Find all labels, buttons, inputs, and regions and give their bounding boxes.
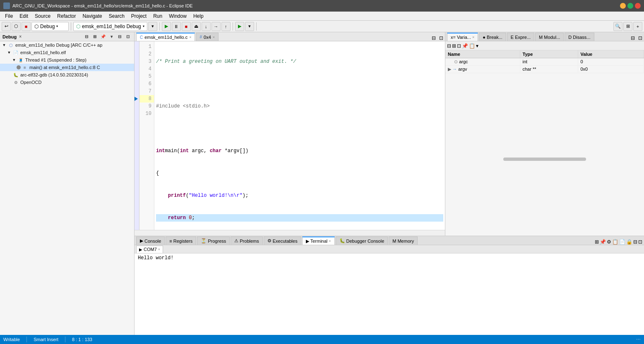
search-button[interactable]: 🔍	[613, 22, 622, 31]
code-editor[interactable]: 1 2 3 4 5 6 7 8 9 10	[135, 41, 445, 236]
vars-layout[interactable]: ⊡	[457, 43, 461, 49]
debug-config-dropdown[interactable]: ⬡ Debug ▾	[31, 22, 69, 31]
step-over-button[interactable]: →	[211, 22, 221, 31]
code-line-3: #include <stdio.h>	[156, 103, 443, 110]
perspective-button[interactable]: ⊞	[623, 22, 632, 31]
debug-tree-item-openocd[interactable]: ⚙ OpenOCD	[0, 79, 134, 86]
open-perspective[interactable]: +	[633, 22, 642, 31]
menu-window[interactable]: Window	[166, 12, 190, 21]
menu-edit[interactable]: Edit	[16, 12, 31, 21]
vars-copy[interactable]: 📋	[469, 43, 475, 49]
debug-toolbar-menu[interactable]: ▾	[108, 33, 115, 41]
terminate-button[interactable]: ■	[182, 22, 191, 31]
editor-tab-hex[interactable]: # 0x4 ×	[196, 33, 219, 41]
debug-toolbar-pin[interactable]: 📌	[99, 33, 107, 41]
maximize-button[interactable]: □	[627, 3, 633, 9]
debugger-console-tab[interactable]: 🐛 Debugger Console	[336, 236, 388, 245]
step-into-button[interactable]: ↓	[202, 22, 211, 31]
debug-tree-item-frame[interactable]: ≡ main() at emsk_em11d_hello.c:8 C	[0, 64, 134, 71]
status-sep-1	[26, 337, 27, 342]
menu-navigate[interactable]: Navigate	[79, 12, 105, 21]
debug-toolbar-minimize[interactable]: ⊟	[116, 33, 123, 41]
toolbar-back-button[interactable]: ↩	[2, 22, 11, 31]
term-new[interactable]: ⊞	[595, 239, 599, 245]
vars-settings[interactable]: ▾	[476, 43, 478, 49]
suspend-button[interactable]: ⏸	[172, 22, 181, 31]
editor-minimize[interactable]: ⊟	[430, 35, 437, 41]
editor-tab-c-file[interactable]: C emsk_em11d_hello.c ×	[136, 33, 195, 41]
variables-tab[interactable]: x= Varia... ×	[447, 33, 478, 41]
variables-tab-close[interactable]: ×	[472, 35, 474, 39]
hex-tab-close[interactable]: ×	[213, 35, 215, 39]
disconnect-button[interactable]: ⏏	[192, 22, 201, 31]
vars-collapse-all[interactable]: ⊟	[447, 43, 451, 49]
bottom-panel: ▶ Console ≡ Registers ⏳ Progress ⚠ Probl…	[135, 236, 644, 335]
bottom-minimize[interactable]: ⊟	[633, 239, 637, 245]
c-file-tab-close[interactable]: ×	[189, 35, 191, 39]
step-return-button[interactable]: ↑	[221, 22, 231, 31]
breakpoints-tab[interactable]: ● Break...	[479, 33, 506, 41]
registers-tab[interactable]: ≡ Registers	[166, 236, 196, 245]
term-scroll-lock[interactable]: 🔒	[626, 239, 632, 245]
menu-refactor[interactable]: Refactor	[54, 12, 79, 21]
com7-close[interactable]: ×	[158, 247, 160, 251]
term-pin[interactable]: 📌	[600, 239, 606, 245]
menu-project[interactable]: Project	[128, 12, 150, 21]
terminal-output-area[interactable]: Hello world!	[135, 253, 644, 335]
problems-tab[interactable]: ⚠ Problems	[231, 236, 262, 245]
code-area[interactable]: /* Print a greeting on UART output and e…	[154, 41, 445, 230]
status-position: 8 : 1 : 133	[72, 337, 92, 342]
debug-tree-item-gdb[interactable]: 🐛 arc-elf32-gdb (14.0.50.20230314)	[0, 71, 134, 79]
modules-tab[interactable]: M Modul...	[535, 33, 564, 41]
app-icon	[3, 2, 10, 9]
debug-toolbar-expand[interactable]: ⊞	[91, 33, 99, 41]
launch-config-dropdown[interactable]: ⬡ emsk_em11d_hello Debug ▾	[73, 22, 147, 31]
debug-tree: ▼ ⬡ emsk_em11d_hello Debug [ARC C/C++ ap…	[0, 41, 134, 335]
term-settings[interactable]: ⚙	[607, 239, 611, 245]
disassembly-tab[interactable]: D Disass...	[565, 33, 594, 41]
argv-expand[interactable]: ▶	[448, 67, 451, 72]
debug-tab-label[interactable]: Debug	[2, 34, 17, 39]
console-tab[interactable]: ▶ Console	[136, 236, 165, 245]
var-row-argc[interactable]: ⊙ argc int 0	[445, 58, 644, 65]
vars-minimize[interactable]: ⊟	[629, 35, 637, 41]
editor-maximize[interactable]: ⊡	[437, 35, 445, 41]
expand-icon-elf: ▼	[7, 50, 12, 55]
code-line-1: /* Print a greeting on UART output and e…	[156, 58, 443, 65]
var-row-argv[interactable]: ▶ → argv char ** 0x0	[445, 65, 644, 73]
debug-tree-item-elf[interactable]: ▼ 📄 emsk_em11d_hello.elf	[0, 49, 134, 56]
terminal-tab-close[interactable]: ×	[329, 239, 331, 243]
menu-search[interactable]: Search	[106, 12, 128, 21]
toolbar-stop-button[interactable]: ■	[22, 22, 31, 31]
term-paste[interactable]: 📄	[619, 239, 625, 245]
debug-toolbar-collapse[interactable]: ⊟	[83, 33, 90, 41]
menu-help[interactable]: Help	[190, 12, 207, 21]
memory-tab[interactable]: M Memory	[389, 236, 418, 245]
term-copy[interactable]: 📋	[612, 239, 618, 245]
editor-scrollbar-h[interactable]	[135, 230, 445, 236]
vars-expand-all[interactable]: ⊞	[452, 43, 456, 49]
toolbar-debug-mode-button[interactable]: ⬡	[12, 22, 21, 31]
debug-panel: Debug × ⊟ ⊞ 📌 ▾ ⊟ ⊡ ▼ ⬡ emsk_em11d_hello…	[0, 32, 135, 335]
minimize-button[interactable]: −	[620, 3, 626, 9]
menu-source[interactable]: Source	[31, 12, 54, 21]
run-button[interactable]: ▶	[235, 22, 244, 31]
debug-tree-item-thread[interactable]: ▼ 🧵 Thread #1 (Suspended : Step)	[0, 56, 134, 64]
launch-config-settings[interactable]: ▾	[148, 22, 157, 31]
debug-tree-item-root[interactable]: ▼ ⬡ emsk_em11d_hello Debug [ARC C/C++ ap	[0, 41, 134, 49]
executables-tab[interactable]: ⚙ Executables	[264, 236, 301, 245]
menu-run[interactable]: Run	[150, 12, 166, 21]
expressions-tab[interactable]: E Expre...	[507, 33, 534, 41]
run-dropdown[interactable]: ▾	[245, 22, 254, 31]
progress-tab[interactable]: ⏳ Progress	[197, 236, 230, 245]
debug-tab-close[interactable]: ×	[19, 34, 22, 39]
terminal-tab[interactable]: ▶ Terminal ×	[302, 236, 335, 245]
vars-pin[interactable]: 📌	[462, 43, 468, 49]
debug-toolbar-maximize[interactable]: ⊡	[124, 33, 132, 41]
resume-button[interactable]: ▶	[162, 22, 171, 31]
vars-maximize[interactable]: ⊡	[637, 35, 644, 41]
menu-file[interactable]: File	[2, 12, 16, 21]
com7-tab[interactable]: ▶ COM7 ×	[136, 246, 163, 253]
close-button[interactable]: ✕	[635, 3, 641, 9]
bottom-maximize[interactable]: ⊡	[638, 239, 642, 245]
